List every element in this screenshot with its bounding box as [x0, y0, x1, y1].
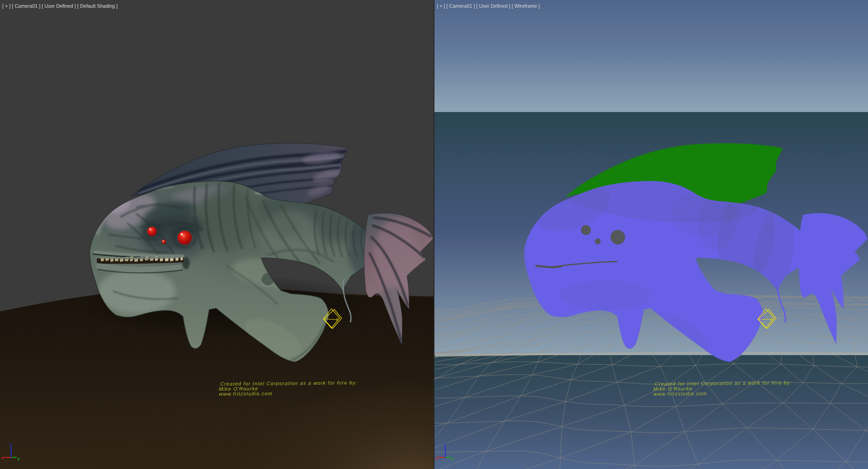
- svg-text:y: y: [18, 456, 20, 461]
- svg-text:www.fritzstudio.com: www.fritzstudio.com: [653, 391, 707, 397]
- svg-text:y: y: [452, 456, 454, 461]
- svg-text:[ + ] [ Camera01 ] [ User Defi: [ + ] [ Camera01 ] [ User Defined ] [ De…: [2, 3, 118, 9]
- svg-text:[ + ] [ Camera01 ] [ User Defi: [ + ] [ Camera01 ] [ User Defined ] [ Wi…: [437, 3, 540, 9]
- svg-text:x: x: [435, 456, 438, 460]
- svg-text:x: x: [1, 456, 4, 460]
- svg-text:www.fritzstudio.com: www.fritzstudio.com: [219, 391, 273, 397]
- svg-text:z: z: [444, 442, 446, 447]
- svg-text:z: z: [10, 442, 12, 447]
